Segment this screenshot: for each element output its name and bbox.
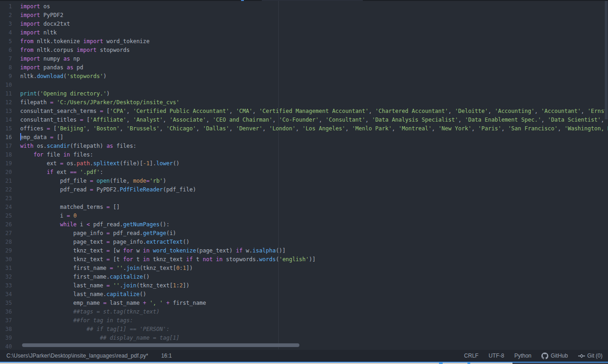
line-number: 15 [0, 124, 12, 133]
code-line[interactable]: 38 ## if tag[1] == 'PERSON': [0, 325, 608, 334]
code-line[interactable]: 9nltk.download('stopwords') [0, 72, 608, 81]
file-path: C:\Users\JParker\Desktop\insite_language… [6, 353, 148, 359]
code-text: import pandas as pd [20, 63, 83, 72]
code-line[interactable]: 26 while i < pdf_read.getNumPages(): [0, 220, 608, 229]
code-text: ##tags = st.tag(tknz_text) [20, 308, 159, 316]
line-ending-indicator[interactable]: CRLF [464, 353, 479, 359]
code-line[interactable]: 22 pdf_read = PyPDF2.PdfFileReader(pdf_f… [0, 185, 608, 194]
line-number: 6 [0, 46, 12, 55]
code-text: import numpy as np [20, 55, 80, 63]
code-line[interactable]: 20 if ext == '.pdf': [0, 168, 608, 177]
code-text: import nltk [20, 28, 56, 37]
line-number: 11 [0, 90, 12, 98]
code-line[interactable]: 29 tknz_text = [w for w in word_tokenize… [0, 246, 608, 255]
code-text: last_name = ''.join(tknz_text[1:2]) [20, 281, 190, 290]
code-text: page_info = pdf_read.getPage(i) [20, 229, 176, 238]
code-text: with os.scandir(filepath) as files: [20, 142, 136, 151]
line-number: 5 [0, 37, 12, 46]
vertical-scrollbar[interactable] [605, 1, 608, 119]
github-status-item[interactable]: GitHub [541, 353, 568, 359]
code-line[interactable]: 21 pdf_file = open(file, mode='rb') [0, 177, 608, 185]
code-text: first_name = ''.join(tknz_text[0:1]) [20, 264, 193, 273]
code-line[interactable]: 3import docx2txt [0, 20, 608, 28]
code-line[interactable]: 30 tknz_text = [t for t in tknz_text if … [0, 255, 608, 264]
code-line[interactable]: 14consultant_titles = ['Affiliate', 'Ana… [0, 116, 608, 124]
code-line[interactable]: 28 page_text = page_info.extractText() [0, 238, 608, 246]
line-number: 21 [0, 177, 12, 185]
line-number: 23 [0, 194, 12, 203]
encoding-indicator[interactable]: UTF-8 [489, 353, 504, 359]
code-line[interactable]: 18 for file in files: [0, 151, 608, 159]
code-lines: 1import os2import PyPDF23import docx2txt… [0, 2, 608, 349]
code-line[interactable]: 7import numpy as np [0, 55, 608, 63]
line-number: 20 [0, 168, 12, 177]
code-text: if ext == '.pdf': [20, 168, 103, 177]
code-line[interactable]: 31 first_name = ''.join(tknz_text[0:1]) [0, 264, 608, 273]
code-text: pdf_file = open(file, mode='rb') [20, 177, 166, 185]
code-line[interactable]: 25 i = 0 [0, 212, 608, 220]
code-line[interactable]: 16emp_data = [] [0, 133, 608, 142]
code-text: first_name.capitalize() [20, 273, 150, 281]
line-number: 31 [0, 264, 12, 273]
code-line[interactable]: 27 page_info = pdf_read.getPage(i) [0, 229, 608, 238]
code-line[interactable]: 36 ##tags = st.tag(tknz_text) [0, 308, 608, 316]
code-line[interactable]: 2import PyPDF2 [0, 11, 608, 20]
code-line[interactable]: 35 emp_name = last_name + ', ' + first_n… [0, 299, 608, 308]
line-number: 7 [0, 55, 12, 63]
code-editor[interactable]: 1import os2import PyPDF23import docx2txt… [0, 1, 608, 349]
code-text: consultant_titles = ['Affiliate', 'Analy… [20, 116, 608, 124]
code-line[interactable]: 17with os.scandir(filepath) as files: [0, 142, 608, 151]
code-text: ##for tag in tags: [20, 316, 133, 325]
line-number: 10 [0, 81, 12, 90]
code-text: filepath = 'C:/Users/JParker/Desktop/ins… [20, 98, 180, 107]
code-text: ext = os.path.splitext(file)[-1].lower() [20, 159, 180, 168]
cursor-position[interactable]: 16:1 [161, 353, 172, 359]
status-bar-left: C:\Users\JParker\Desktop\insite_language… [0, 353, 172, 359]
code-line[interactable]: 33 last_name = ''.join(tknz_text[1:2]) [0, 281, 608, 290]
code-line[interactable]: 15offices = ['Beijing', 'Boston', 'Bruss… [0, 124, 608, 133]
code-line[interactable]: 11print('Opening directory.') [0, 90, 608, 98]
code-line[interactable]: 37 ##for tag in tags: [0, 316, 608, 325]
code-line[interactable]: 19 ext = os.path.splitext(file)[-1].lowe… [0, 159, 608, 168]
code-text: i = 0 [20, 212, 77, 220]
code-text: tknz_text = [w for w in word_tokenize(pa… [20, 246, 286, 255]
line-number: 37 [0, 316, 12, 325]
line-number: 12 [0, 98, 12, 107]
code-line[interactable]: 32 first_name.capitalize() [0, 273, 608, 281]
code-line[interactable]: 24 matched_terms = [] [0, 203, 608, 212]
code-line[interactable]: 10 [0, 81, 608, 90]
git-status-item[interactable]: Git (0) [578, 353, 602, 359]
code-line[interactable]: 23 [0, 194, 608, 203]
code-line[interactable]: 5from nltk.tokenize import word_tokenize [0, 37, 608, 46]
code-text: pdf_read = PyPDF2.PdfFileReader(pdf_file… [20, 185, 196, 194]
language-mode-indicator[interactable]: Python [514, 353, 531, 359]
line-number: 17 [0, 142, 12, 151]
code-text: ## display_name = tag[1] [20, 334, 180, 342]
code-text: from nltk.tokenize import word_tokenize [20, 37, 150, 46]
line-number: 28 [0, 238, 12, 246]
line-number: 39 [0, 334, 12, 342]
line-ending-label: CRLF [464, 353, 479, 359]
code-line[interactable]: 34 last_name.capitalize() [0, 290, 608, 299]
code-text: emp_data = [] [20, 133, 63, 142]
code-line[interactable]: 8import pandas as pd [0, 63, 608, 72]
code-line[interactable]: 1import os [0, 2, 608, 11]
code-line[interactable]: 4import nltk [0, 28, 608, 37]
line-number: 30 [0, 255, 12, 264]
line-number: 36 [0, 308, 12, 316]
horizontal-scrollbar[interactable] [22, 343, 299, 347]
code-line[interactable]: 39 ## display_name = tag[1] [0, 334, 608, 342]
code-line[interactable]: 13consultant_search_terms = ['CPA', 'Cer… [0, 107, 608, 116]
code-text: emp_name = last_name + ', ' + first_name [20, 299, 206, 308]
line-number: 27 [0, 229, 12, 238]
line-number: 19 [0, 159, 12, 168]
code-text: print('Opening directory.') [20, 90, 110, 98]
code-text: nltk.download('stopwords') [20, 72, 107, 81]
line-number: 16 [0, 133, 12, 142]
code-line[interactable]: 6from nltk.corpus import stopwords [0, 46, 608, 55]
line-number: 3 [0, 20, 12, 28]
code-text: for file in files: [20, 151, 93, 159]
code-editor-window: 1import os2import PyPDF23import docx2txt… [0, 0, 608, 364]
code-line[interactable]: 12filepath = 'C:/Users/JParker/Desktop/i… [0, 98, 608, 107]
line-number: 35 [0, 299, 12, 308]
